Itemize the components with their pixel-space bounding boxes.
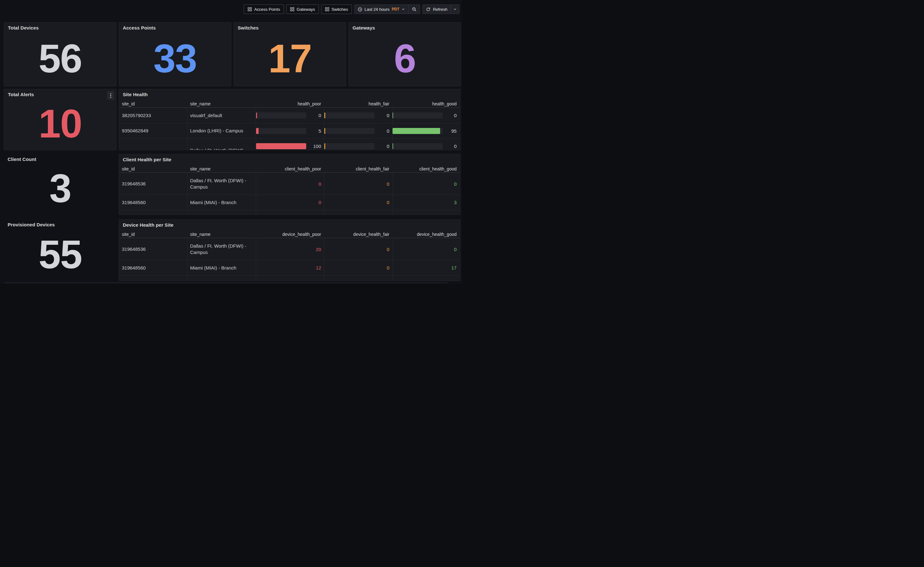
table-row: 9350462849London (LHRI) - Campus5095	[119, 123, 460, 139]
value-cell: 3	[392, 200, 460, 205]
column-header-health_fair[interactable]: health_fair	[324, 101, 392, 107]
device-health-table: site_idsite_namedevice_health_poordevice…	[119, 232, 460, 281]
cell-site-name: Dallas / Ft. Worth (DFWI) -	[187, 147, 255, 150]
table-row: 38205790233visualrf_default000	[119, 108, 460, 123]
gauge-cell: 0	[255, 112, 324, 119]
gauge-fill	[324, 112, 325, 119]
stat-value: 10	[38, 104, 81, 144]
column-header-site_id[interactable]: site_id	[119, 166, 187, 172]
time-picker: Last 24 hours PDT	[354, 5, 420, 14]
panel-gateways: Gateways 6	[348, 22, 461, 86]
cell-site-name: Miami (MIAI) - Branch	[187, 265, 255, 271]
cell-site-name: London (LHRI) - Campus	[187, 128, 255, 134]
table-row: 319648536Dallas / Ft. Worth (DFWI) - Cam…	[119, 173, 460, 195]
gauge-value: 0	[306, 113, 324, 118]
panel-title: Site Health	[123, 92, 148, 97]
gauge-track	[324, 143, 374, 149]
column-header-site_name[interactable]: site_name	[187, 166, 255, 172]
gauge-fill	[324, 128, 325, 134]
gauge-fill	[393, 128, 440, 134]
table-body: 38205790233visualrf_default0009350462849…	[119, 108, 460, 150]
panel-title: Device Health per Site	[123, 222, 174, 228]
column-header-site_name[interactable]: site_name	[187, 101, 255, 107]
gauge-cell: 0	[324, 143, 392, 149]
gauge-track	[256, 143, 306, 149]
table-row: 319648536Dallas / Ft. Worth (DFWI) - Cam…	[119, 238, 460, 260]
next-row-panel-edge	[5, 282, 447, 284]
panel-title: Provisioned Devices	[8, 222, 55, 227]
gauge-cell: 0	[392, 143, 460, 149]
nav-button-label: Gateways	[297, 7, 315, 12]
table-header-row: site_idsite_namedevice_health_poordevice…	[119, 232, 460, 238]
health-value: 0	[392, 247, 460, 252]
panel-total-devices: Total Devices 56	[4, 22, 117, 86]
column-header-health_good[interactable]: health_good	[392, 101, 460, 107]
grid-icon	[290, 7, 294, 11]
column-header-device_health_fair[interactable]: device_health_fair	[324, 232, 392, 238]
panel-title: Total Devices	[8, 25, 39, 30]
gauge-track	[393, 143, 442, 149]
gauge-cell: 100	[255, 143, 324, 149]
column-header-client_health_good[interactable]: client_health_good	[392, 166, 460, 172]
table-row: Dallas / Ft. Worth (DFWI) -10000	[119, 139, 460, 150]
stat-value: 33	[153, 39, 196, 79]
panel-title: Switches	[238, 25, 259, 30]
table-row: 319648560Miami (MIAI) - Branch12017	[119, 260, 460, 275]
panel-title: Total Alerts	[8, 92, 34, 97]
gauge-cell: 0	[324, 128, 392, 134]
stat-value: 17	[268, 39, 311, 79]
nav-button-label: Access Points	[254, 7, 280, 12]
panel-client-count: Client Count 3	[4, 154, 117, 215]
value-cell: 0	[392, 247, 460, 252]
column-header-site_name[interactable]: site_name	[187, 232, 255, 238]
chevron-down-icon	[401, 7, 405, 11]
column-header-device_health_poor[interactable]: device_health_poor	[255, 232, 324, 238]
cell-site-name: Dallas / Ft. Worth (DFWI) - Campus	[187, 177, 255, 190]
gauge-cell: 0	[392, 112, 460, 119]
gauge-value: 0	[374, 128, 392, 134]
refresh-interval-dropdown[interactable]	[451, 5, 459, 14]
refresh-button[interactable]: Refresh	[423, 5, 451, 14]
time-zoom-out-button[interactable]	[408, 5, 420, 14]
health-value: 0	[324, 265, 392, 271]
value-cell: 0	[324, 181, 392, 186]
nav-button-switches[interactable]: Switches	[321, 5, 352, 14]
panel-title: Client Count	[8, 156, 36, 162]
health-value: 0	[392, 181, 460, 186]
health-value: 17	[392, 265, 460, 271]
gauge-value: 100	[306, 143, 324, 149]
health-value: 0	[255, 181, 324, 186]
gauge-cell: 95	[392, 128, 460, 134]
panel-site-health: Site Health site_idsite_namehealth_poorh…	[118, 89, 460, 150]
time-range-button[interactable]: Last 24 hours PDT	[354, 5, 409, 14]
stat-value: 56	[38, 39, 81, 79]
stat-value: 55	[38, 235, 81, 275]
health-value: 0	[324, 247, 392, 252]
kebab-menu-icon	[110, 93, 111, 98]
panel-menu-button[interactable]	[107, 91, 114, 100]
column-header-client_health_poor[interactable]: client_health_poor	[255, 166, 324, 172]
timezone-label: PDT	[392, 7, 399, 11]
column-header-site_id[interactable]: site_id	[119, 232, 187, 238]
stat-value: 6	[394, 39, 416, 79]
column-header-client_health_fair[interactable]: client_health_fair	[324, 166, 392, 172]
panel-total-alerts: Total Alerts 10	[4, 89, 117, 150]
gauge-value: 0	[374, 113, 392, 118]
nav-button-gateways[interactable]: Gateways	[286, 5, 319, 14]
chevron-down-icon	[453, 7, 457, 11]
health-value: 0	[255, 200, 324, 205]
gauge-value: 5	[306, 128, 324, 134]
grid-icon	[248, 7, 252, 11]
gauge-fill	[324, 143, 325, 149]
cell-site-id: 319648536	[119, 180, 187, 187]
nav-button-access-points[interactable]: Access Points	[244, 5, 284, 14]
column-header-device_health_good[interactable]: device_health_good	[392, 232, 460, 238]
dashboard-toolbar: Access Points Gateways Switches Last 24 …	[244, 5, 459, 14]
gauge-track	[393, 128, 442, 134]
health-value: 3	[392, 200, 460, 205]
gauge-track	[393, 112, 442, 119]
column-header-site_id[interactable]: site_id	[119, 101, 187, 107]
gauge-fill	[256, 128, 259, 134]
column-header-health_poor[interactable]: health_poor	[255, 101, 324, 107]
gauge-fill	[256, 112, 257, 119]
